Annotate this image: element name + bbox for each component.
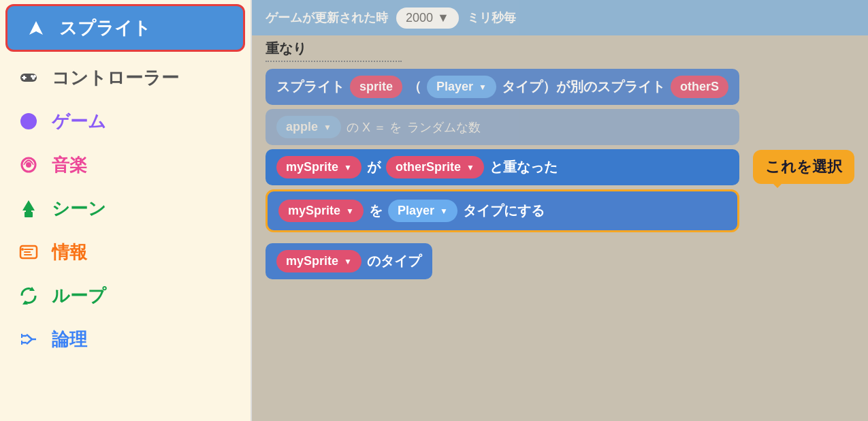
sidebar-item-scene-label: シーン: [52, 197, 106, 221]
tooltip-text: これを選択: [765, 158, 842, 175]
svg-rect-13: [29, 210, 31, 213]
player-pill-label: Player: [436, 80, 473, 94]
blocks-section: 重なり スプライト sprite （ Player タイプ）が別のスプライト o…: [266, 40, 739, 285]
sidebar-item-game[interactable]: ゲーム: [0, 99, 251, 143]
dotted-divider: [266, 61, 402, 62]
mysprite-3-label: mySprite: [286, 254, 338, 268]
sidebar: スプライト コントローラー ゲーム: [0, 0, 252, 421]
sidebar-item-music[interactable]: 音楽: [0, 143, 251, 187]
sprite-pill[interactable]: sprite: [350, 76, 402, 98]
highlighted-suffix: タイプにする: [463, 202, 545, 220]
svg-marker-10: [22, 200, 35, 210]
others-pill-label: otherS: [680, 80, 719, 94]
sprite-icon: [24, 16, 48, 40]
sidebar-item-logic[interactable]: 論理: [0, 317, 251, 361]
apple-pill: apple: [276, 116, 341, 138]
update-value: 2000: [406, 11, 433, 25]
overlap-suffix: と重なった: [489, 158, 558, 176]
sidebar-item-sprite-label: スプライト: [59, 16, 151, 40]
dropdown-icon: ▼: [437, 11, 449, 25]
music-icon: [16, 153, 41, 177]
sidebar-item-sprite[interactable]: スプライト: [5, 4, 245, 52]
block-prefix: スプライト: [276, 78, 344, 96]
sidebar-item-logic-label: 論理: [52, 328, 87, 352]
block-suffix: タイプ）が別のスプライト: [502, 78, 665, 96]
sidebar-item-controller-label: コントローラー: [52, 66, 179, 90]
apple-area-text: の X ＝ を: [347, 119, 402, 136]
scene-icon: [16, 196, 41, 221]
svg-point-9: [26, 162, 31, 168]
mysprite-pill-3[interactable]: mySprite: [276, 250, 361, 272]
highlighted-connector: を: [369, 202, 383, 220]
update-value-pill[interactable]: 2000 ▼: [396, 7, 459, 29]
sidebar-item-game-label: ゲーム: [52, 110, 106, 134]
logic-icon: [16, 327, 41, 352]
sidebar-item-loop-label: ループ: [52, 284, 106, 308]
update-bar: ゲームが更新された時 2000 ▼ ミリ秒毎: [252, 0, 868, 35]
bottom-suffix: のタイプ: [367, 252, 421, 270]
sidebar-item-music-label: 音楽: [52, 153, 87, 177]
player-type-pill[interactable]: Player: [427, 76, 496, 98]
sidebar-item-info[interactable]: 情報: [0, 230, 251, 274]
others-pill[interactable]: otherS: [671, 76, 728, 98]
svg-rect-16: [24, 251, 31, 253]
sidebar-item-info-label: 情報: [52, 240, 87, 264]
sidebar-item-controller[interactable]: コントローラー: [0, 56, 251, 99]
svg-point-6: [32, 77, 35, 80]
svg-rect-12: [26, 210, 29, 213]
mysprite-pill-2[interactable]: mySprite: [278, 200, 364, 222]
section-label: 重なり: [266, 40, 739, 58]
paren-open: （: [408, 78, 421, 96]
apple-block: apple の X ＝ を ランダムな数: [266, 109, 739, 145]
othersprite-label: otherSprite: [396, 160, 461, 174]
player-type-pill-2[interactable]: Player: [388, 200, 457, 222]
sprite-pill-label: sprite: [359, 80, 393, 94]
svg-point-18: [21, 248, 24, 251]
info-icon: [16, 240, 41, 264]
othersprite-pill[interactable]: otherSprite: [386, 156, 484, 178]
apple-pill-label: apple: [286, 120, 318, 134]
svg-rect-15: [24, 249, 33, 250]
bottom-block[interactable]: mySprite のタイプ: [266, 243, 432, 279]
game-icon: [16, 109, 41, 134]
mysprite-2-label: mySprite: [288, 204, 340, 218]
bottom-block-area: mySprite のタイプ: [266, 243, 739, 285]
random-label: ランダムな数: [407, 119, 481, 136]
svg-rect-3: [22, 77, 27, 78]
sidebar-item-loop[interactable]: ループ: [0, 274, 251, 317]
mysprite-pill-1[interactable]: mySprite: [276, 156, 361, 178]
sidebar-item-scene[interactable]: シーン: [0, 187, 251, 230]
svg-rect-17: [24, 254, 32, 255]
player-2-label: Player: [398, 204, 434, 218]
overlap-connector: が: [367, 158, 381, 176]
main-content: ゲームが更新された時 2000 ▼ ミリ秒毎 重なり スプライト sprite …: [252, 0, 868, 421]
block-overlap[interactable]: mySprite が otherSprite と重なった: [266, 149, 739, 185]
mysprite-1-label: mySprite: [286, 160, 338, 174]
block-highlighted-container[interactable]: mySprite を Player タイプにする: [266, 189, 739, 232]
svg-rect-11: [25, 212, 33, 217]
svg-point-7: [20, 113, 37, 129]
update-unit: ミリ秒毎: [467, 10, 516, 26]
highlighted-block-inner: mySprite を Player タイプにする: [278, 200, 726, 222]
svg-marker-0: [29, 21, 43, 35]
update-bar-text: ゲームが更新された時: [266, 10, 388, 26]
block-sprite-collision[interactable]: スプライト sprite （ Player タイプ）が別のスプライト other…: [266, 69, 739, 105]
loop-icon: [16, 283, 41, 308]
controller-icon: [16, 65, 41, 90]
tooltip: これを選択: [753, 150, 854, 184]
